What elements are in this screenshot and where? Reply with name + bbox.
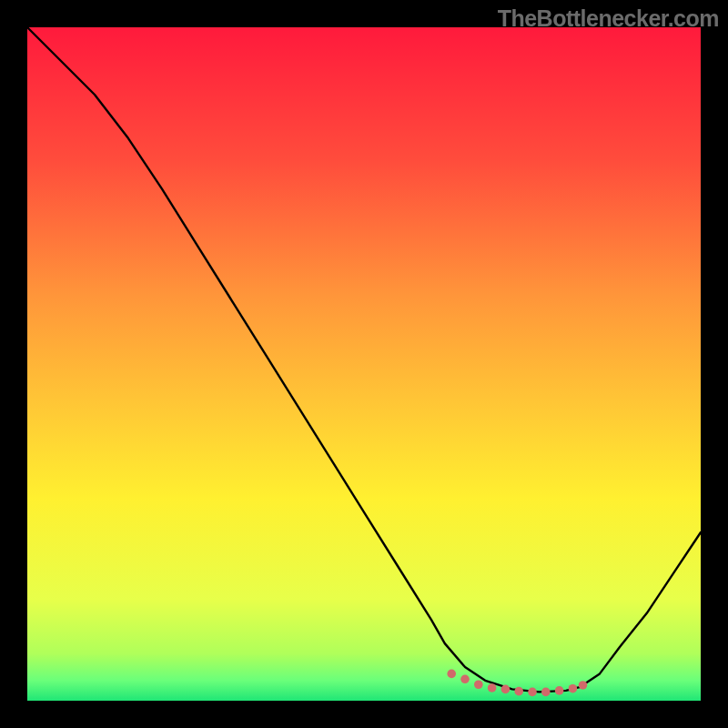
marker-dot — [488, 683, 497, 693]
plot-background — [27, 27, 701, 701]
marker-dot — [460, 675, 470, 684]
marker-dot — [579, 681, 588, 690]
marker-dot — [501, 685, 511, 694]
marker-dot — [528, 688, 537, 697]
marker-dot — [514, 687, 523, 696]
marker-dot — [555, 686, 564, 695]
plot-area — [27, 27, 701, 701]
marker-dot — [447, 670, 456, 679]
marker-dot — [569, 684, 578, 693]
marker-dot — [474, 680, 483, 689]
chart-container: TheBottlenecker.com — [0, 0, 728, 728]
marker-dot — [541, 688, 551, 697]
